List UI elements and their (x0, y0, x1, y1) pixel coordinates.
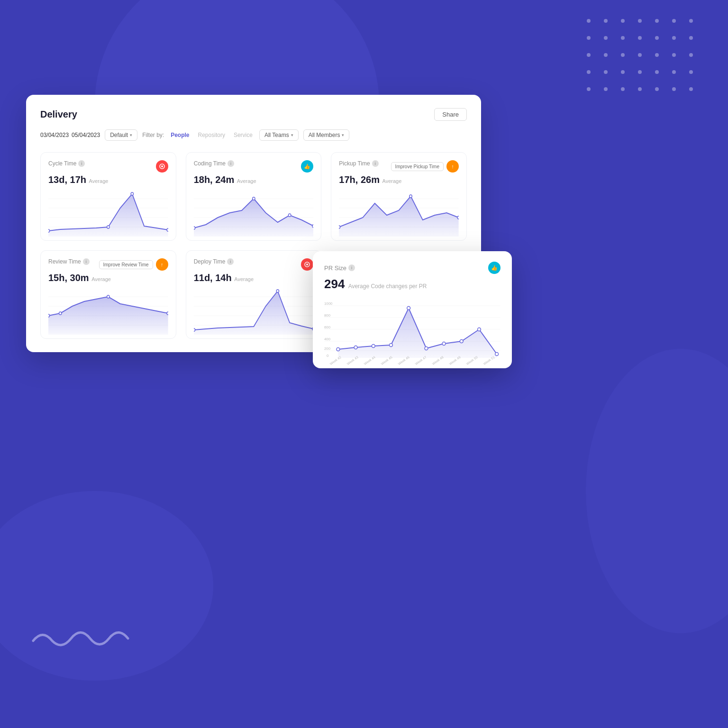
metric-title-cycle-time: Cycle Time i (48, 160, 85, 167)
svg-point-6 (48, 229, 50, 232)
svg-text:0: 0 (327, 354, 329, 358)
cycle-time-value: 13d, 17h Average (48, 174, 168, 185)
share-button[interactable]: Share (434, 108, 467, 121)
svg-text:600: 600 (324, 325, 331, 329)
default-dropdown[interactable]: Default ▾ (105, 129, 137, 141)
svg-point-30 (59, 312, 62, 315)
pickup-time-icon: ↑ (446, 160, 459, 173)
filter-service[interactable]: Service (232, 131, 255, 139)
filter-people[interactable]: People (169, 131, 191, 139)
metric-title-coding-time: Coding Time i (194, 160, 234, 167)
svg-point-56 (390, 344, 393, 347)
metric-card-deploy-time: Deploy Time i 11d, 14h Average (186, 250, 322, 339)
dot-grid-decoration (587, 19, 700, 98)
info-icon-coding[interactable]: i (228, 160, 234, 167)
svg-point-16 (288, 214, 291, 217)
pr-size-icon: 👍 (488, 262, 500, 274)
metric-card-cycle-time: Cycle Time i 13d, 17h Average (40, 152, 176, 241)
cycle-time-icon (156, 160, 168, 173)
coding-time-chart (194, 189, 314, 237)
svg-point-15 (252, 197, 255, 200)
svg-text:400: 400 (324, 337, 331, 341)
squiggle-decoration (28, 622, 137, 652)
metric-header-deploy-time: Deploy Time i (194, 258, 314, 271)
chevron-down-icon: ▾ (342, 133, 344, 137)
info-icon-pr-size[interactable]: i (348, 264, 355, 271)
svg-point-61 (478, 328, 481, 331)
review-time-value: 15h, 30m Average (48, 273, 168, 283)
filter-repository[interactable]: Repository (196, 131, 227, 139)
improve-pickup-button[interactable]: Improve Pickup Time (391, 162, 444, 171)
svg-point-14 (194, 227, 195, 229)
all-members-dropdown[interactable]: All Members ▾ (303, 129, 350, 141)
svg-text:200: 200 (324, 346, 331, 351)
coding-time-icon: 👍 (301, 160, 313, 173)
info-icon-deploy[interactable]: i (227, 258, 234, 265)
metric-card-review-time: Review Time i Improve Review Time ↑ 15h,… (40, 250, 176, 339)
date-start: 03/04/2023 (40, 132, 69, 138)
svg-point-53 (337, 348, 340, 351)
svg-text:800: 800 (324, 313, 331, 318)
coding-time-value: 18h, 24m Average (194, 174, 314, 185)
svg-point-34 (306, 264, 308, 265)
info-icon-cycle[interactable]: i (78, 160, 85, 167)
review-time-icon: ↑ (156, 258, 168, 271)
cycle-time-chart (48, 189, 168, 237)
metric-card-pickup-time: Pickup Time i Improve Pickup Time ↑ 17h,… (331, 152, 467, 241)
metric-header-review-time: Review Time i Improve Review Time ↑ (48, 258, 168, 271)
filter-by-label: Filter by: (142, 132, 164, 138)
chevron-down-icon: ▾ (130, 133, 132, 137)
svg-point-62 (495, 353, 499, 356)
svg-point-31 (107, 295, 109, 298)
review-time-chart (48, 287, 168, 335)
deploy-time-icon (301, 258, 313, 271)
svg-point-17 (312, 225, 314, 228)
bg-blob-right (586, 349, 728, 633)
svg-point-54 (354, 346, 357, 349)
metric-header-pickup-time: Pickup Time i Improve Pickup Time ↑ (339, 160, 459, 173)
metric-header-cycle-time: Cycle Time i (48, 160, 168, 173)
date-end: 05/04/2023 (72, 132, 100, 138)
svg-point-32 (167, 312, 168, 315)
filters-row: 03/04/2023 05/04/2023 Default ▾ Filter b… (40, 129, 467, 141)
svg-text:1000: 1000 (324, 301, 333, 306)
metric-title-deploy-time: Deploy Time i (194, 258, 234, 265)
svg-point-55 (372, 345, 375, 348)
svg-point-24 (457, 216, 459, 219)
chevron-down-icon: ▾ (291, 133, 293, 137)
pickup-time-value: 17h, 26m Average (339, 174, 459, 185)
pr-size-header: PR Size i 👍 (324, 262, 500, 274)
pr-size-chart: 1000 800 600 400 200 0 Week 42 Week 43 (324, 296, 500, 358)
deploy-time-chart (194, 287, 314, 335)
svg-point-29 (48, 314, 50, 317)
date-range: 03/04/2023 05/04/2023 (40, 132, 100, 138)
svg-point-8 (131, 192, 133, 195)
svg-point-22 (339, 226, 340, 228)
pr-size-value: 294 Average Code changes per PR (324, 277, 500, 291)
svg-point-40 (276, 290, 279, 292)
page-title: Delivery (40, 109, 77, 120)
svg-point-7 (107, 226, 109, 228)
svg-point-57 (407, 307, 410, 310)
svg-point-59 (442, 342, 446, 346)
all-teams-dropdown[interactable]: All Teams ▾ (259, 129, 299, 141)
metric-card-coding-time: Coding Time i 👍 18h, 24m Average (186, 152, 322, 241)
dashboard-header: Delivery Share (40, 108, 467, 121)
svg-point-60 (460, 340, 463, 343)
metric-header-coding-time: Coding Time i 👍 (194, 160, 314, 173)
svg-point-58 (425, 347, 428, 350)
deploy-time-value: 11d, 14h Average (194, 273, 314, 283)
pickup-time-chart (339, 189, 459, 237)
metric-title-review-time: Review Time i (48, 258, 90, 265)
improve-review-button[interactable]: Improve Review Time (99, 260, 153, 269)
pr-size-card: PR Size i 👍 294 Average Code changes per… (313, 251, 512, 368)
info-icon-pickup[interactable]: i (372, 160, 379, 167)
svg-point-23 (410, 195, 412, 198)
svg-point-9 (167, 228, 168, 231)
info-icon-review[interactable]: i (83, 258, 90, 265)
metric-title-pickup-time: Pickup Time i (339, 160, 378, 167)
svg-point-1 (161, 165, 163, 167)
svg-point-39 (194, 328, 195, 331)
bg-blob-bottom (0, 491, 213, 681)
